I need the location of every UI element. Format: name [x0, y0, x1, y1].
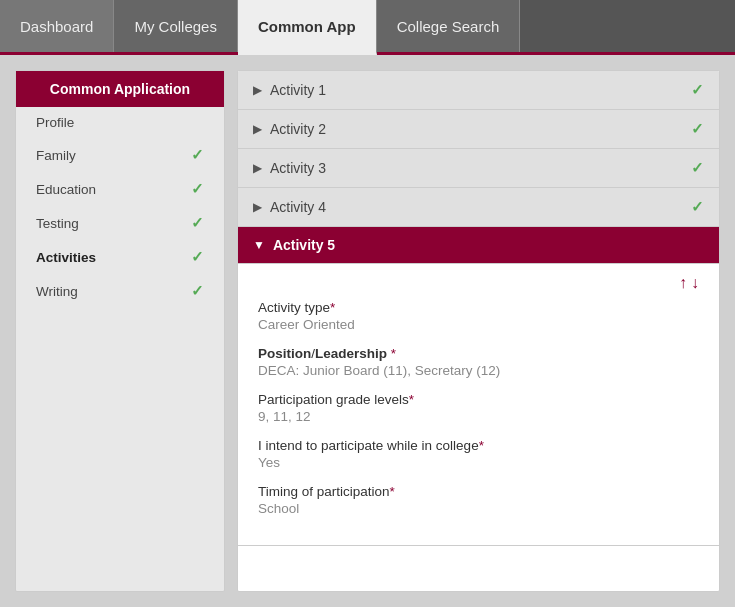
sidebar-item-testing[interactable]: Testing ✓ [16, 206, 224, 240]
activity-3-check: ✓ [691, 159, 704, 177]
activity-row-3[interactable]: ▶ Activity 3 ✓ [238, 149, 719, 188]
education-check: ✓ [191, 180, 204, 198]
arrow-icon-2: ▶ [253, 122, 262, 136]
activities-check: ✓ [191, 248, 204, 266]
main-content: Common Application Profile Family ✓ Educ… [0, 55, 735, 607]
field-position-leadership: Position/Leadership * DECA: Junior Board… [258, 346, 699, 378]
arrow-icon-1: ▶ [253, 83, 262, 97]
activity-row-4[interactable]: ▶ Activity 4 ✓ [238, 188, 719, 227]
grades-value: 9, 11, 12 [258, 409, 699, 424]
move-down-icon[interactable]: ↓ [691, 274, 699, 292]
sidebar-item-activities[interactable]: Activities ✓ [16, 240, 224, 274]
activity-row-2[interactable]: ▶ Activity 2 ✓ [238, 110, 719, 149]
activity-2-check: ✓ [691, 120, 704, 138]
activity-row-5[interactable]: ▼ Activity 5 [238, 227, 719, 264]
arrow-icon-4: ▶ [253, 200, 262, 214]
arrow-icon-5: ▼ [253, 238, 265, 252]
top-navigation: Dashboard My Colleges Common App College… [0, 0, 735, 55]
tab-college-search[interactable]: College Search [377, 0, 521, 52]
field-participation-grades: Participation grade levels* 9, 11, 12 [258, 392, 699, 424]
activity-row-1[interactable]: ▶ Activity 1 ✓ [238, 71, 719, 110]
sidebar-header: Common Application [16, 71, 224, 107]
sidebar-item-family[interactable]: Family ✓ [16, 138, 224, 172]
activities-panel: ▶ Activity 1 ✓ ▶ Activity 2 ✓ ▶ Activity… [237, 70, 720, 592]
activity-1-check: ✓ [691, 81, 704, 99]
sidebar-item-profile[interactable]: Profile [16, 107, 224, 138]
arrow-icon-3: ▶ [253, 161, 262, 175]
family-check: ✓ [191, 146, 204, 164]
activity-5-detail: ↑ ↓ Activity type* Career Oriented Posit… [238, 264, 719, 546]
timing-value: School [258, 501, 699, 516]
sidebar-item-education[interactable]: Education ✓ [16, 172, 224, 206]
field-timing: Timing of participation* School [258, 484, 699, 516]
tab-my-colleges[interactable]: My Colleges [114, 0, 238, 52]
testing-check: ✓ [191, 214, 204, 232]
activity-4-check: ✓ [691, 198, 704, 216]
intend-college-value: Yes [258, 455, 699, 470]
sidebar: Common Application Profile Family ✓ Educ… [15, 70, 225, 592]
field-intend-college: I intend to participate while in college… [258, 438, 699, 470]
tab-dashboard[interactable]: Dashboard [0, 0, 114, 52]
tab-common-app[interactable]: Common App [238, 0, 377, 55]
position-value: DECA: Junior Board (11), Secretary (12) [258, 363, 699, 378]
activity-type-value: Career Oriented [258, 317, 699, 332]
sidebar-item-writing[interactable]: Writing ✓ [16, 274, 224, 308]
writing-check: ✓ [191, 282, 204, 300]
field-activity-type: Activity type* Career Oriented [258, 300, 699, 332]
reorder-arrows: ↑ ↓ [258, 274, 699, 292]
move-up-icon[interactable]: ↑ [679, 274, 687, 292]
